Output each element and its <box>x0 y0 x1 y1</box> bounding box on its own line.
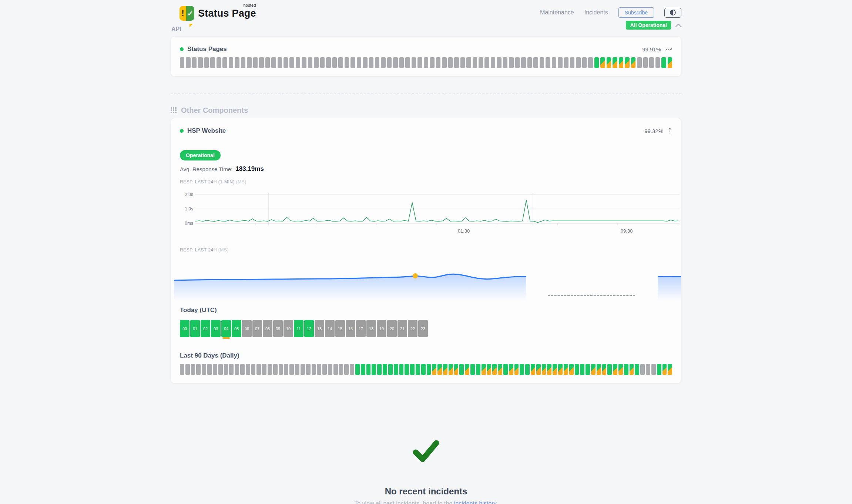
daily-uptime-bar[interactable] <box>246 364 250 375</box>
daily-uptime-bar[interactable] <box>618 364 623 375</box>
nav-incidents[interactable]: Incidents <box>584 9 608 16</box>
uptime-bars-status-pages[interactable] <box>180 57 672 68</box>
uptime-bar[interactable] <box>607 57 611 68</box>
daily-uptime-bar[interactable] <box>520 364 524 375</box>
daily-uptime-bar[interactable] <box>591 364 596 375</box>
daily-uptime-bar[interactable] <box>482 364 486 375</box>
daily-uptime-bar[interactable] <box>454 364 459 375</box>
uptime-bar[interactable] <box>363 57 367 68</box>
uptime-bar[interactable] <box>564 57 568 68</box>
daily-uptime-bar[interactable] <box>542 364 546 375</box>
daily-uptime-bar[interactable] <box>262 364 266 375</box>
uptime-bar[interactable] <box>661 57 666 68</box>
uptime-bar[interactable] <box>198 57 202 68</box>
chevron-up-icon[interactable] <box>675 24 681 27</box>
daily-uptime-bar[interactable] <box>207 364 212 375</box>
uptime-bar[interactable] <box>552 57 556 68</box>
daily-uptime-bar[interactable] <box>531 364 535 375</box>
daily-uptime-bar[interactable] <box>525 364 530 375</box>
daily-uptime-bar[interactable] <box>630 364 634 375</box>
daily-uptime-bar[interactable] <box>503 364 508 375</box>
uptime-bar[interactable] <box>625 57 629 68</box>
uptime-bar[interactable] <box>259 57 264 68</box>
daily-uptime-bar[interactable] <box>377 364 382 375</box>
uptime-bar[interactable] <box>533 57 538 68</box>
uptime-bar[interactable] <box>509 57 513 68</box>
uptime-bar[interactable] <box>247 57 251 68</box>
daily-uptime-bar[interactable] <box>668 364 672 375</box>
hour-block-22[interactable]: 22 <box>408 320 417 337</box>
hour-block-07[interactable]: 07 <box>252 320 262 337</box>
uptime-bar[interactable] <box>594 57 599 68</box>
hour-block-09[interactable]: 09 <box>273 320 283 337</box>
uptime-bar[interactable] <box>381 57 385 68</box>
uptime-bar[interactable] <box>417 57 422 68</box>
daily-uptime-bar[interactable] <box>240 364 245 375</box>
hour-block-13[interactable]: 13 <box>315 320 324 337</box>
hour-block-23[interactable]: 23 <box>418 320 428 337</box>
daily-uptime-bar[interactable] <box>514 364 519 375</box>
daily-uptime-bar[interactable] <box>191 364 195 375</box>
daily-uptime-bar[interactable] <box>251 364 256 375</box>
uptime-bar[interactable] <box>460 57 465 68</box>
uptime-bar[interactable] <box>503 57 507 68</box>
daily-uptime-bar[interactable] <box>388 364 393 375</box>
uptime-bar[interactable] <box>387 57 392 68</box>
uptime-bar[interactable] <box>479 57 483 68</box>
uptime-bar[interactable] <box>314 57 318 68</box>
hour-block-02[interactable]: 02 <box>201 320 210 337</box>
hour-block-19[interactable]: 19 <box>377 320 386 337</box>
daily-uptime-bar[interactable] <box>646 364 650 375</box>
uptime-bar[interactable] <box>271 57 276 68</box>
uptime-bar[interactable] <box>229 57 233 68</box>
daily-uptime-bar[interactable] <box>350 364 354 375</box>
uptime-bar[interactable] <box>210 57 215 68</box>
daily-uptime-bar[interactable] <box>465 364 469 375</box>
daily-uptime-bar[interactable] <box>498 364 502 375</box>
daily-uptime-bar[interactable] <box>202 364 206 375</box>
uptime-bar[interactable] <box>582 57 587 68</box>
daily-uptime-bar[interactable] <box>553 364 557 375</box>
daily-uptime-bar[interactable] <box>427 364 431 375</box>
theme-toggle-button[interactable] <box>664 8 681 18</box>
daily-uptime-bar[interactable] <box>602 364 607 375</box>
daily-uptime-bar[interactable] <box>651 364 656 375</box>
daily-uptime-bar[interactable] <box>443 364 447 375</box>
hour-block-16[interactable]: 16 <box>346 320 355 337</box>
uptime-bar[interactable] <box>204 57 209 68</box>
daily-uptime-bar[interactable] <box>361 364 365 375</box>
hour-block-10[interactable]: 10 <box>284 320 293 337</box>
uptime-bar[interactable] <box>643 57 648 68</box>
daily-uptime-bar[interactable] <box>273 364 278 375</box>
nav-maintenance[interactable]: Maintenance <box>540 9 574 16</box>
uptime-bar[interactable] <box>217 57 221 68</box>
daily-uptime-bar[interactable] <box>492 364 497 375</box>
daily-uptime-bar[interactable] <box>613 364 617 375</box>
daily-uptime-bar[interactable] <box>459 364 464 375</box>
daily-uptime-bar[interactable] <box>586 364 590 375</box>
daily-uptime-bar[interactable] <box>575 364 579 375</box>
incidents-history-link[interactable]: incidents history <box>454 500 496 504</box>
daily-uptime-bar[interactable] <box>366 364 371 375</box>
uptime-bar[interactable] <box>308 57 312 68</box>
hour-block-06[interactable]: 06 <box>242 320 252 337</box>
uptime-bar[interactable] <box>192 57 197 68</box>
hour-block-14[interactable]: 14 <box>325 320 335 337</box>
daily-uptime-bar[interactable] <box>449 364 453 375</box>
daily-uptime-bar[interactable] <box>432 364 436 375</box>
uptime-bar[interactable] <box>576 57 580 68</box>
daily-uptime-bar[interactable] <box>295 364 299 375</box>
uptime-bar[interactable] <box>442 57 446 68</box>
uptime-bar[interactable] <box>655 57 660 68</box>
uptime-bar[interactable] <box>613 57 617 68</box>
daily-uptime-bar[interactable] <box>394 364 398 375</box>
uptime-bar[interactable] <box>357 57 361 68</box>
uptime-bar[interactable] <box>393 57 398 68</box>
uptime-bar[interactable] <box>484 57 489 68</box>
hour-block-12[interactable]: 12 <box>304 320 314 337</box>
response-time-line-chart[interactable]: 2.0s 1.0s 0ms 01:30 09:30 <box>180 191 672 236</box>
uptime-bar[interactable] <box>649 57 654 68</box>
hour-block-15[interactable]: 15 <box>335 320 345 337</box>
uptime-bar[interactable] <box>668 57 672 68</box>
uptime-bar[interactable] <box>302 57 306 68</box>
